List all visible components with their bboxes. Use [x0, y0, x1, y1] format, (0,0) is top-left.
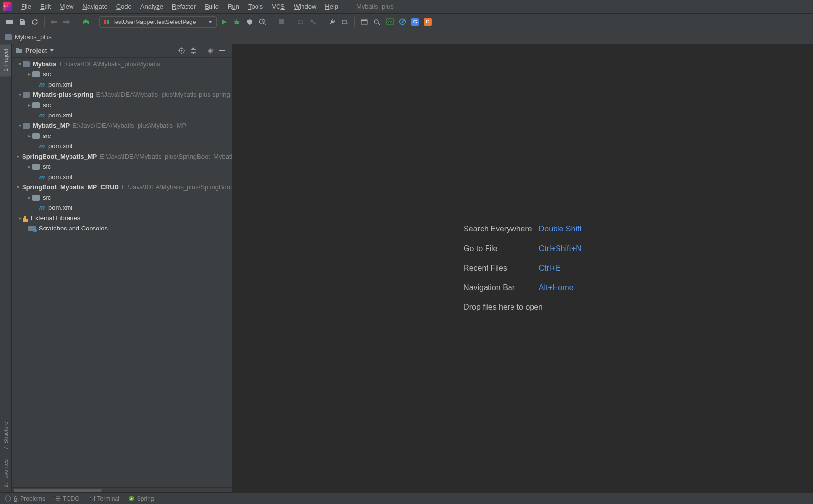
menu-edit[interactable]: Edit — [36, 1, 55, 12]
menu-refactor[interactable]: Refactor — [167, 1, 200, 12]
menu-build[interactable]: Build — [200, 1, 223, 12]
tree-file[interactable]: m pom.xml — [12, 79, 232, 90]
folder-icon — [32, 195, 40, 201]
translate-orange-icon[interactable]: G — [422, 17, 433, 27]
menu-window[interactable]: Window — [289, 1, 321, 12]
run-configuration-dropdown[interactable]: TestUserMapper.testSelectPage — [99, 16, 217, 28]
module-icon — [23, 92, 30, 98]
deny-icon[interactable] — [397, 17, 408, 27]
tree-file[interactable]: m pom.xml — [12, 203, 232, 213]
separator — [291, 17, 291, 27]
build-button[interactable] — [80, 17, 91, 27]
tree-folder[interactable]: src — [12, 131, 232, 141]
settings-button[interactable] — [327, 17, 338, 27]
folder-icon — [32, 71, 40, 77]
tree-module[interactable]: SpringBoot_Mybatis_MPE:\Java\IDEA\Mybati… — [12, 151, 232, 161]
menu-navigate[interactable]: Navigate — [78, 1, 112, 12]
menu-bar: File Edit View Navigate Code Analyze Ref… — [0, 0, 813, 14]
svg-point-6 — [314, 22, 316, 24]
todo-icon — [54, 495, 60, 502]
hint-navbar-key: Alt+Home — [539, 283, 581, 292]
save-button[interactable] — [17, 17, 27, 27]
tree-module[interactable]: Mybatis_MPE:\Java\IDEA\Mybatis_plus\Myba… — [12, 120, 232, 131]
tree-module[interactable]: SpringBoot_Mybatis_MP_CRUDE:\Java\IDEA\M… — [12, 182, 232, 192]
sync-button[interactable] — [29, 17, 40, 27]
menu-help[interactable]: Help — [321, 1, 343, 12]
jrebel-button[interactable] — [384, 17, 395, 27]
separator — [272, 17, 272, 27]
tree-file[interactable]: m pom.xml — [12, 172, 232, 182]
search-button[interactable] — [372, 17, 382, 27]
menu-analyze[interactable]: Analyze — [136, 1, 167, 12]
bottom-tool-bar: 6: 6: ProblemsProblems TODO Terminal Spr… — [0, 492, 813, 504]
breadcrumb-project[interactable]: Mybatis_plus — [15, 33, 52, 41]
project-panel: Project MybatisE:\Java\IDEA\Mybatis_plus… — [12, 44, 232, 492]
tree-folder[interactable]: src — [12, 100, 232, 110]
menu-tools[interactable]: Tools — [244, 1, 267, 12]
module-icon — [23, 123, 30, 129]
menu-vcs[interactable]: VCS — [267, 1, 289, 12]
welcome-hints: Search Everywhere Double Shift Go to Fil… — [464, 225, 581, 312]
separator — [44, 17, 45, 27]
hint-search-key: Double Shift — [539, 225, 581, 233]
svg-point-0 — [235, 21, 239, 24]
tree-folder[interactable]: src — [12, 161, 232, 172]
test-config-icon — [104, 20, 109, 24]
svg-point-10 — [374, 20, 378, 23]
panel-hide-button[interactable] — [217, 46, 228, 56]
menu-view[interactable]: View — [55, 1, 78, 12]
window-button[interactable] — [359, 17, 370, 27]
forward-button[interactable] — [61, 17, 72, 27]
scratch-icon — [28, 226, 36, 231]
folder-icon — [32, 102, 40, 108]
back-button[interactable] — [48, 17, 59, 27]
stop-button[interactable] — [276, 17, 287, 27]
library-icon — [23, 215, 28, 222]
coverage-button[interactable] — [244, 17, 255, 27]
attach-button[interactable] — [295, 17, 306, 27]
menu-file[interactable]: File — [17, 1, 36, 12]
hint-gotofile-key: Ctrl+Shift+N — [539, 244, 581, 253]
tab-todo[interactable]: TODO — [54, 495, 79, 502]
expand-button[interactable] — [188, 46, 199, 56]
tab-problems[interactable]: 6: 6: ProblemsProblems — [5, 495, 45, 502]
hint-search-label: Search Everywhere — [464, 225, 532, 233]
tab-project[interactable]: 1: Project — [0, 44, 11, 76]
tab-favorites[interactable]: 2: Favorites — [0, 455, 11, 492]
run-button[interactable] — [219, 17, 230, 27]
services-button[interactable] — [308, 17, 319, 27]
maven-icon: m — [38, 204, 46, 211]
horizontal-scrollbar[interactable] — [12, 487, 232, 492]
tree-module[interactable]: MybatisE:\Java\IDEA\Mybatis_plus\Mybatis — [12, 59, 232, 69]
profiler-button[interactable] — [257, 17, 268, 27]
svg-rect-19 — [89, 496, 94, 501]
locate-button[interactable] — [176, 46, 187, 56]
inspect-button[interactable] — [340, 17, 350, 27]
editor-area[interactable]: Search Everywhere Double Shift Go to Fil… — [232, 44, 813, 492]
menu-run[interactable]: Run — [223, 1, 244, 12]
debug-button[interactable] — [232, 17, 242, 27]
toolbar: TestUserMapper.testSelectPage G G — [0, 14, 813, 30]
tree-file[interactable]: m pom.xml — [12, 110, 232, 120]
panel-title-dropdown[interactable]: Project — [16, 47, 54, 54]
open-button[interactable] — [4, 17, 15, 27]
chevron-down-icon — [50, 49, 54, 52]
tree-external-libraries[interactable]: External Libraries — [12, 213, 232, 223]
tree-folder[interactable]: src — [12, 192, 232, 203]
tree-module[interactable]: Mybatis-plus-springE:\Java\IDEA\Mybatis_… — [12, 90, 232, 100]
maven-icon: m — [38, 173, 46, 181]
tree-scratches[interactable]: Scratches and Consoles — [12, 223, 232, 233]
menu-code[interactable]: Code — [112, 1, 136, 12]
panel-settings-button[interactable] — [205, 46, 216, 56]
separator — [323, 17, 323, 27]
tree-folder[interactable]: src — [12, 69, 232, 79]
tab-terminal[interactable]: Terminal — [89, 495, 119, 502]
translate-icon[interactable]: G — [410, 17, 420, 27]
hint-navbar-label: Navigation Bar — [464, 283, 532, 292]
tree-file[interactable]: m pom.xml — [12, 141, 232, 151]
tab-spring[interactable]: Spring — [128, 495, 154, 502]
tab-structure[interactable]: 7: Structure — [0, 417, 11, 455]
project-tree[interactable]: MybatisE:\Java\IDEA\Mybatis_plus\Mybatis… — [12, 58, 232, 487]
warning-icon — [5, 495, 11, 502]
svg-point-5 — [311, 19, 313, 22]
